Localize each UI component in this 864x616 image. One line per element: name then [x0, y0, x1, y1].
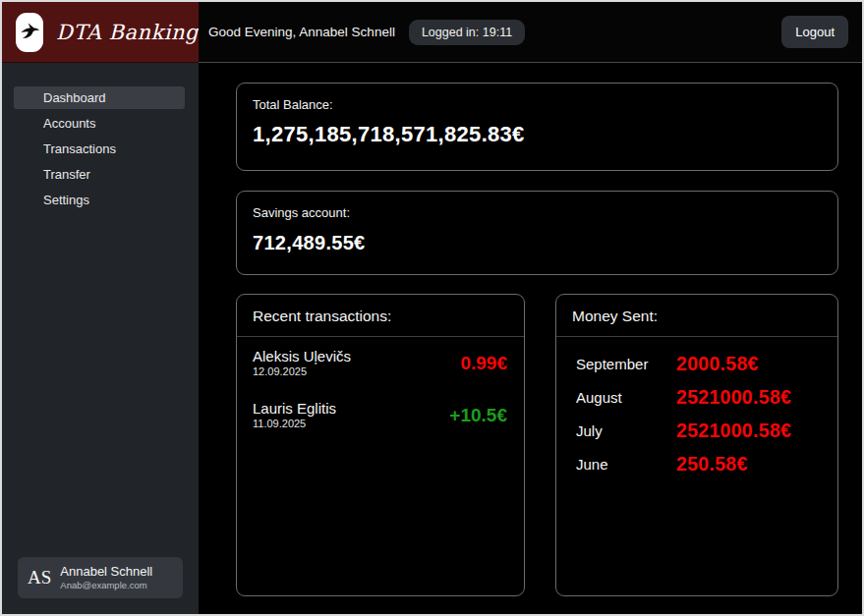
user-name: Annabel Schnell — [60, 565, 152, 580]
app-body: Dashboard Accounts Transactions Transfer… — [2, 63, 862, 614]
month-amount: 2521000.58€ — [676, 386, 791, 409]
avatar-initials: AS — [28, 567, 51, 588]
transaction-amount: 0.99€ — [460, 353, 507, 374]
month-amount: 250.58€ — [676, 453, 748, 476]
transaction-row[interactable]: Lauris Eglitis 11.09.2025 +10.5€ — [237, 389, 524, 441]
sidebar-item-transactions[interactable]: Transactions — [14, 138, 185, 160]
money-sent-title: Money Sent: — [556, 295, 837, 337]
month-label: September — [576, 356, 676, 372]
month-amount: 2000.58€ — [676, 353, 759, 375]
login-time-badge: Logged in: 19:11 — [409, 20, 525, 45]
sidebar-item-transfer[interactable]: Transfer — [14, 163, 185, 186]
total-balance-card: Total Balance: 1,275,185,718,571,825.83€ — [236, 83, 838, 171]
bottom-panels-row: Recent transactions: Aleksis Uļevičs 12.… — [236, 294, 838, 596]
total-balance-value: 1,275,185,718,571,825.83€ — [253, 122, 822, 147]
money-sent-rows: September 2000.58€ August 2521000.58€ Ju… — [556, 337, 837, 474]
brand-title: DTA Banking — [56, 21, 199, 44]
transaction-name: Aleksis Uļevičs — [253, 348, 351, 365]
sidebar-item-accounts[interactable]: Accounts — [14, 112, 185, 135]
banking-app-window: DTA Banking Good Evening, Annabel Schnel… — [0, 0, 864, 616]
app-header: DTA Banking Good Evening, Annabel Schnel… — [2, 2, 862, 63]
money-sent-row: August 2521000.58€ — [576, 387, 822, 407]
transaction-amount: +10.5€ — [449, 405, 507, 426]
transaction-date: 11.09.2025 — [253, 418, 336, 431]
top-bar: Good Evening, Annabel Schnell Logged in:… — [199, 2, 862, 63]
bird-icon — [19, 20, 40, 45]
transaction-row[interactable]: Aleksis Uļevičs 12.09.2025 0.99€ — [237, 337, 524, 389]
greeting-text: Good Evening, Annabel Schnell — [208, 25, 395, 39]
month-label: August — [576, 389, 676, 406]
money-sent-row: July 2521000.58€ — [576, 420, 822, 440]
sidebar-item-dashboard[interactable]: Dashboard — [14, 86, 185, 109]
recent-transactions-title: Recent transactions: — [237, 295, 524, 337]
month-label: June — [576, 456, 676, 473]
transaction-name: Lauris Eglitis — [253, 400, 336, 418]
month-label: July — [576, 422, 676, 439]
savings-value: 712,489.55€ — [253, 232, 822, 254]
user-profile-card[interactable]: AS Annabel Schnell Anab@example.com — [18, 557, 183, 598]
user-info: Annabel Schnell Anab@example.com — [60, 565, 152, 590]
month-amount: 2521000.58€ — [676, 420, 791, 442]
main-content: Total Balance: 1,275,185,718,571,825.83€… — [199, 63, 862, 614]
recent-transactions-panel: Recent transactions: Aleksis Uļevičs 12.… — [236, 294, 525, 596]
money-sent-row: June 250.58€ — [576, 454, 822, 474]
savings-label: Savings account: — [253, 205, 822, 220]
transaction-info: Aleksis Uļevičs 12.09.2025 — [253, 348, 351, 379]
money-sent-row: September 2000.58€ — [576, 354, 822, 373]
logout-button[interactable]: Logout — [781, 16, 848, 48]
brand-area: DTA Banking — [2, 2, 199, 63]
savings-account-card: Savings account: 712,489.55€ — [236, 191, 838, 275]
transaction-info: Lauris Eglitis 11.09.2025 — [253, 400, 336, 431]
user-email: Anab@example.com — [60, 580, 152, 590]
sidebar: Dashboard Accounts Transactions Transfer… — [2, 63, 199, 614]
transaction-date: 12.09.2025 — [253, 365, 351, 379]
sidebar-item-settings[interactable]: Settings — [14, 189, 185, 211]
bank-logo — [16, 13, 43, 52]
total-balance-label: Total Balance: — [253, 97, 822, 112]
money-sent-panel: Money Sent: September 2000.58€ August 25… — [555, 294, 838, 596]
